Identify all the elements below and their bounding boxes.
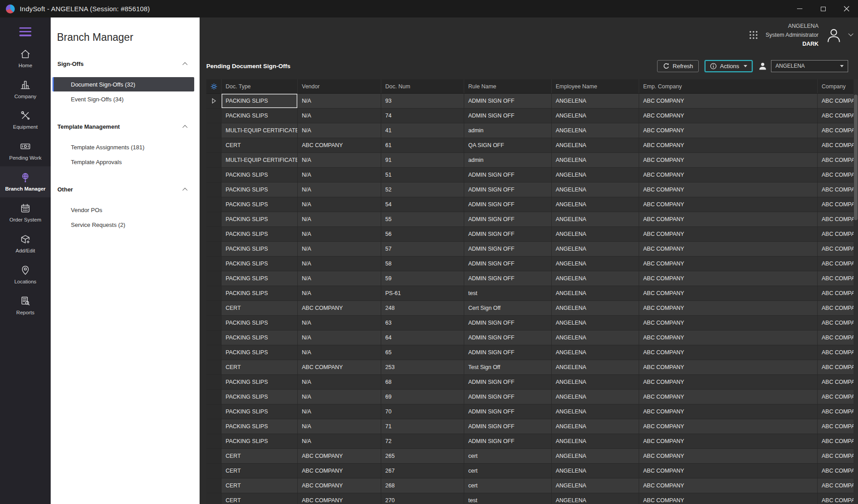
- table-cell[interactable]: PACKING SLIPS: [222, 330, 298, 345]
- table-cell[interactable]: ADMIN SIGN OFF: [464, 212, 552, 227]
- table-cell[interactable]: PACKING SLIPS: [222, 212, 298, 227]
- table-cell[interactable]: N/A: [298, 286, 381, 301]
- table-cell[interactable]: N/A: [298, 153, 381, 168]
- table-cell[interactable]: 71: [381, 419, 464, 434]
- table-cell[interactable]: ABC COMPANY: [298, 493, 381, 504]
- table-cell[interactable]: ABC COMPANY: [818, 182, 854, 197]
- table-cell[interactable]: ABC COMPANY: [818, 390, 854, 404]
- table-cell[interactable]: 58: [381, 256, 464, 271]
- table-cell[interactable]: PACKING SLIPS: [222, 94, 298, 109]
- table-cell[interactable]: ABC COMPANY: [298, 138, 381, 153]
- table-cell[interactable]: N/A: [298, 419, 381, 434]
- table-cell[interactable]: ABC COMPANY: [818, 301, 854, 316]
- table-cell[interactable]: ABC COMPANY: [298, 301, 381, 316]
- table-cell[interactable]: ABC COMPANY: [639, 271, 818, 286]
- table-cell[interactable]: Cert Sign Off: [464, 301, 552, 316]
- chevron-down-icon[interactable]: [848, 31, 853, 36]
- table-cell[interactable]: ABC COMPANY: [818, 197, 854, 212]
- table-row[interactable]: PACKING SLIPSN/A71ADMIN SIGN OFFANGELENA…: [206, 419, 854, 434]
- table-cell[interactable]: PACKING SLIPS: [222, 168, 298, 182]
- table-cell[interactable]: ANGELENA: [552, 330, 639, 345]
- table-cell[interactable]: MULTI-EQUIP CERTIFICATE: [222, 153, 298, 168]
- minimize-button[interactable]: [788, 0, 811, 17]
- table-cell[interactable]: N/A: [298, 182, 381, 197]
- nav-item-vendor-pos[interactable]: Vendor POs: [52, 203, 194, 217]
- nav-item-event-sign-offs[interactable]: Event Sign-Offs (34): [52, 92, 194, 106]
- employee-filter-combobox[interactable]: ANGELENA: [771, 60, 848, 72]
- table-cell[interactable]: ABC COMPANY: [818, 256, 854, 271]
- table-row[interactable]: PACKING SLIPSN/A93ADMIN SIGN OFFANGELENA…: [206, 94, 854, 109]
- row-expand-icon[interactable]: [212, 98, 216, 104]
- table-cell[interactable]: CERT: [222, 464, 298, 478]
- table-cell[interactable]: N/A: [298, 404, 381, 419]
- table-cell[interactable]: ANGELENA: [552, 493, 639, 504]
- column-header[interactable]: Emp. Company: [639, 79, 818, 93]
- table-cell[interactable]: ANGELENA: [552, 153, 639, 168]
- table-cell[interactable]: ANGELENA: [552, 345, 639, 360]
- table-cell[interactable]: N/A: [298, 434, 381, 449]
- table-cell[interactable]: ANGELENA: [552, 212, 639, 227]
- table-cell[interactable]: ABC COMPANY: [639, 404, 818, 419]
- refresh-button[interactable]: Refresh: [657, 60, 699, 72]
- table-cell[interactable]: 267: [381, 464, 464, 478]
- table-cell[interactable]: ABC COMPANY: [818, 360, 854, 375]
- maximize-button[interactable]: [811, 0, 835, 17]
- table-cell[interactable]: ABC COMPANY: [639, 360, 818, 375]
- table-cell[interactable]: ANGELENA: [552, 197, 639, 212]
- table-cell[interactable]: cert: [464, 449, 552, 464]
- table-row[interactable]: CERTABC COMPANY270testANGELENAABC COMPAN…: [206, 493, 854, 504]
- table-cell[interactable]: CERT: [222, 493, 298, 504]
- table-cell[interactable]: ADMIN SIGN OFF: [464, 316, 552, 330]
- table-cell[interactable]: ANGELENA: [552, 478, 639, 493]
- table-cell[interactable]: ANGELENA: [552, 360, 639, 375]
- table-row[interactable]: PACKING SLIPSN/A72ADMIN SIGN OFFANGELENA…: [206, 434, 854, 449]
- hamburger-menu-button[interactable]: [19, 25, 31, 39]
- table-cell[interactable]: PACKING SLIPS: [222, 404, 298, 419]
- table-cell[interactable]: N/A: [298, 197, 381, 212]
- table-cell[interactable]: 69: [381, 390, 464, 404]
- table-cell[interactable]: 51: [381, 168, 464, 182]
- table-row[interactable]: CERTABC COMPANY265certANGELENAABC COMPAN…: [206, 449, 854, 464]
- table-cell[interactable]: ABC COMPANY: [818, 419, 854, 434]
- table-cell[interactable]: ABC COMPANY: [818, 227, 854, 242]
- table-row[interactable]: CERTABC COMPANY253Test Sign OffANGELENAA…: [206, 360, 854, 375]
- table-cell[interactable]: ANGELENA: [552, 375, 639, 390]
- table-cell[interactable]: ABC COMPANY: [818, 345, 854, 360]
- nav-item-template-assignments[interactable]: Template Assignments (181): [52, 140, 194, 154]
- close-button[interactable]: [835, 0, 858, 17]
- table-cell[interactable]: ABC COMPANY: [639, 227, 818, 242]
- table-row[interactable]: CERTABC COMPANY268certANGELENAABC COMPAN…: [206, 478, 854, 493]
- table-cell[interactable]: test: [464, 493, 552, 504]
- table-cell[interactable]: ABC COMPANY: [639, 345, 818, 360]
- table-cell[interactable]: PACKING SLIPS: [222, 375, 298, 390]
- table-cell[interactable]: MULTI-EQUIP CERTIFICATE: [222, 123, 298, 138]
- table-cell[interactable]: ABC COMPANY: [639, 182, 818, 197]
- table-cell[interactable]: ADMIN SIGN OFF: [464, 345, 552, 360]
- column-chooser-cell[interactable]: [206, 79, 222, 93]
- table-cell[interactable]: 253: [381, 360, 464, 375]
- nav-section-sign-offs[interactable]: Sign-Offs: [51, 61, 200, 67]
- table-cell[interactable]: ABC COMPANY: [639, 138, 818, 153]
- table-cell[interactable]: ADMIN SIGN OFF: [464, 419, 552, 434]
- table-cell[interactable]: ABC COMPANY: [818, 449, 854, 464]
- table-cell[interactable]: 41: [381, 123, 464, 138]
- sidebar-item-equipment[interactable]: Equipment: [0, 104, 51, 135]
- scrollbar-thumb[interactable]: [854, 95, 858, 220]
- table-cell[interactable]: N/A: [298, 390, 381, 404]
- table-cell[interactable]: ABC COMPANY: [818, 316, 854, 330]
- column-header[interactable]: Rule Name: [464, 79, 552, 93]
- table-cell[interactable]: N/A: [298, 375, 381, 390]
- table-row[interactable]: PACKING SLIPSN/A59ADMIN SIGN OFFANGELENA…: [206, 271, 854, 286]
- table-cell[interactable]: 52: [381, 182, 464, 197]
- table-cell[interactable]: ABC COMPANY: [639, 109, 818, 123]
- table-cell[interactable]: ANGELENA: [552, 464, 639, 478]
- table-row[interactable]: PACKING SLIPSN/A54ADMIN SIGN OFFANGELENA…: [206, 197, 854, 212]
- table-cell[interactable]: 248: [381, 301, 464, 316]
- table-cell[interactable]: ABC COMPANY: [818, 138, 854, 153]
- nav-item-document-sign-offs[interactable]: Document Sign-Offs (32): [52, 77, 194, 91]
- table-cell[interactable]: PACKING SLIPS: [222, 390, 298, 404]
- table-cell[interactable]: ABC COMPANY: [639, 242, 818, 256]
- table-cell[interactable]: 91: [381, 153, 464, 168]
- table-cell[interactable]: N/A: [298, 212, 381, 227]
- column-header[interactable]: Employee Name: [552, 79, 639, 93]
